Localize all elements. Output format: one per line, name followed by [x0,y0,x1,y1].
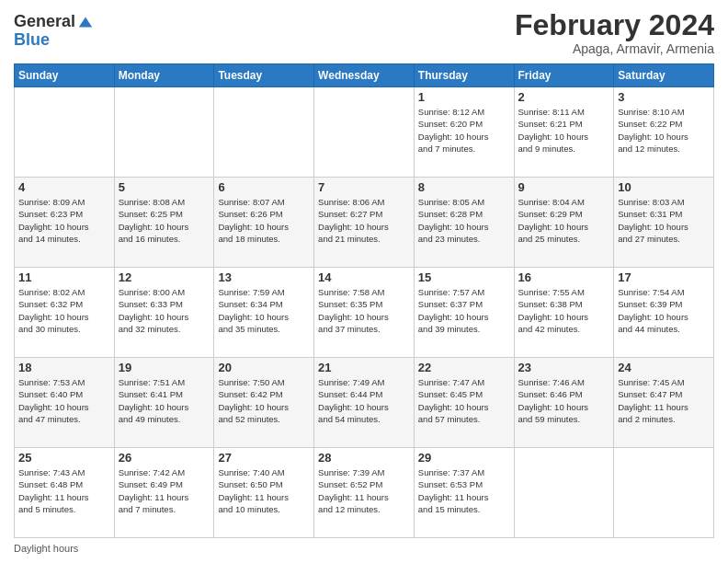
calendar-table: Sunday Monday Tuesday Wednesday Thursday… [14,63,714,538]
day-number: 23 [518,361,610,374]
day-info: Sunrise: 7:37 AMSunset: 6:53 PMDaylight:… [418,466,510,515]
svg-marker-0 [79,17,92,27]
day-number: 21 [318,361,410,374]
day-number: 17 [618,270,710,284]
day-info: Sunrise: 8:03 AMSunset: 6:31 PMDaylight:… [618,196,710,245]
calendar-cell-w3-d5: 15Sunrise: 7:57 AMSunset: 6:37 PMDayligh… [414,268,514,358]
day-info: Sunrise: 8:04 AMSunset: 6:29 PMDaylight:… [518,196,610,245]
calendar-cell-w4-d4: 21Sunrise: 7:49 AMSunset: 6:44 PMDayligh… [314,358,415,448]
day-info: Sunrise: 7:46 AMSunset: 6:46 PMDaylight:… [518,376,610,425]
calendar-cell-w1-d5: 1Sunrise: 8:12 AMSunset: 6:20 PMDaylight… [414,87,514,178]
day-info: Sunrise: 7:54 AMSunset: 6:39 PMDaylight:… [618,286,710,335]
day-number: 7 [318,180,410,194]
calendar-cell-w1-d4 [314,87,415,178]
day-number: 2 [518,90,610,104]
day-number: 28 [318,451,410,465]
day-number: 3 [618,90,710,104]
calendar-cell-w5-d5: 29Sunrise: 7:37 AMSunset: 6:53 PMDayligh… [414,448,514,538]
calendar-cell-w2-d5: 8Sunrise: 8:05 AMSunset: 6:28 PMDaylight… [414,178,514,268]
calendar-cell-w3-d1: 11Sunrise: 8:02 AMSunset: 6:32 PMDayligh… [15,268,115,358]
day-number: 25 [18,451,110,465]
day-number: 24 [618,361,710,374]
day-number: 29 [418,451,510,465]
calendar-week-3: 11Sunrise: 8:02 AMSunset: 6:32 PMDayligh… [15,268,714,358]
calendar-cell-w5-d2: 26Sunrise: 7:42 AMSunset: 6:49 PMDayligh… [114,448,214,538]
day-info: Sunrise: 7:39 AMSunset: 6:52 PMDaylight:… [318,466,410,515]
day-info: Sunrise: 8:06 AMSunset: 6:27 PMDaylight:… [318,196,410,245]
header-saturday: Saturday [614,64,714,87]
page: General Blue February 2024 Apaga, Armavi… [0,0,728,563]
calendar-cell-w4-d1: 18Sunrise: 7:53 AMSunset: 6:40 PMDayligh… [15,358,115,448]
day-info: Sunrise: 8:11 AMSunset: 6:21 PMDaylight:… [518,106,610,155]
header-friday: Friday [514,64,614,87]
calendar-week-4: 18Sunrise: 7:53 AMSunset: 6:40 PMDayligh… [15,358,714,448]
title-block: February 2024 Apaga, Armavir, Armenia [515,9,714,56]
day-info: Sunrise: 8:09 AMSunset: 6:23 PMDaylight:… [18,196,110,245]
calendar-header-row: Sunday Monday Tuesday Wednesday Thursday… [15,64,714,87]
header: General Blue February 2024 Apaga, Armavi… [14,9,714,56]
calendar-cell-w2-d1: 4Sunrise: 8:09 AMSunset: 6:23 PMDaylight… [15,178,115,268]
calendar-cell-w5-d6 [514,448,614,538]
day-number: 5 [119,180,210,194]
logo: General Blue [14,13,94,50]
calendar-week-5: 25Sunrise: 7:43 AMSunset: 6:48 PMDayligh… [15,448,714,538]
calendar-cell-w1-d2 [114,87,214,178]
day-number: 11 [18,270,110,284]
day-number: 1 [418,90,510,104]
day-info: Sunrise: 7:51 AMSunset: 6:41 PMDaylight:… [119,376,210,425]
calendar-cell-w5-d4: 28Sunrise: 7:39 AMSunset: 6:52 PMDayligh… [314,448,415,538]
day-info: Sunrise: 8:08 AMSunset: 6:25 PMDaylight:… [119,196,210,245]
calendar-cell-w5-d3: 27Sunrise: 7:40 AMSunset: 6:50 PMDayligh… [214,448,314,538]
calendar-cell-w5-d1: 25Sunrise: 7:43 AMSunset: 6:48 PMDayligh… [15,448,115,538]
calendar-cell-w4-d3: 20Sunrise: 7:50 AMSunset: 6:42 PMDayligh… [214,358,314,448]
calendar-cell-w1-d1 [15,87,115,178]
day-number: 16 [518,270,610,284]
calendar-cell-w4-d5: 22Sunrise: 7:47 AMSunset: 6:45 PMDayligh… [414,358,514,448]
day-number: 9 [518,180,610,194]
day-info: Sunrise: 7:47 AMSunset: 6:45 PMDaylight:… [418,376,510,425]
calendar-cell-w2-d2: 5Sunrise: 8:08 AMSunset: 6:25 PMDaylight… [114,178,214,268]
day-info: Sunrise: 7:42 AMSunset: 6:49 PMDaylight:… [119,466,210,515]
day-info: Sunrise: 7:40 AMSunset: 6:50 PMDaylight:… [218,466,310,515]
logo-text-general: General [14,13,75,31]
calendar-cell-w2-d4: 7Sunrise: 8:06 AMSunset: 6:27 PMDaylight… [314,178,415,268]
day-number: 10 [618,180,710,194]
calendar-cell-w4-d7: 24Sunrise: 7:45 AMSunset: 6:47 PMDayligh… [614,358,714,448]
logo-text-blue: Blue [14,30,50,49]
calendar-cell-w4-d2: 19Sunrise: 7:51 AMSunset: 6:41 PMDayligh… [114,358,214,448]
day-number: 20 [218,361,310,374]
day-info: Sunrise: 7:53 AMSunset: 6:40 PMDaylight:… [18,376,110,425]
logo-icon [77,14,94,30]
day-number: 14 [318,270,410,284]
day-info: Sunrise: 8:02 AMSunset: 6:32 PMDaylight:… [18,286,110,335]
day-number: 6 [218,180,310,194]
day-number: 26 [119,451,210,465]
header-tuesday: Tuesday [214,64,314,87]
day-info: Sunrise: 8:00 AMSunset: 6:33 PMDaylight:… [119,286,210,335]
calendar-cell-w5-d7 [614,448,714,538]
calendar-week-2: 4Sunrise: 8:09 AMSunset: 6:23 PMDaylight… [15,178,714,268]
day-number: 27 [218,451,310,465]
day-info: Sunrise: 8:07 AMSunset: 6:26 PMDaylight:… [218,196,310,245]
calendar-cell-w1-d3 [214,87,314,178]
day-number: 4 [18,180,110,194]
header-sunday: Sunday [15,64,115,87]
calendar-cell-w1-d6: 2Sunrise: 8:11 AMSunset: 6:21 PMDaylight… [514,87,614,178]
calendar-cell-w2-d7: 10Sunrise: 8:03 AMSunset: 6:31 PMDayligh… [614,178,714,268]
day-info: Sunrise: 7:58 AMSunset: 6:35 PMDaylight:… [318,286,410,335]
day-number: 19 [119,361,210,374]
day-info: Sunrise: 8:05 AMSunset: 6:28 PMDaylight:… [418,196,510,245]
day-info: Sunrise: 7:49 AMSunset: 6:44 PMDaylight:… [318,376,410,425]
day-info: Sunrise: 7:50 AMSunset: 6:42 PMDaylight:… [218,376,310,425]
calendar-cell-w2-d3: 6Sunrise: 8:07 AMSunset: 6:26 PMDaylight… [214,178,314,268]
day-info: Sunrise: 7:57 AMSunset: 6:37 PMDaylight:… [418,286,510,335]
calendar-cell-w1-d7: 3Sunrise: 8:10 AMSunset: 6:22 PMDaylight… [614,87,714,178]
header-monday: Monday [114,64,214,87]
calendar-cell-w3-d3: 13Sunrise: 7:59 AMSunset: 6:34 PMDayligh… [214,268,314,358]
calendar-cell-w4-d6: 23Sunrise: 7:46 AMSunset: 6:46 PMDayligh… [514,358,614,448]
footer-daylight: Daylight hours [14,543,714,554]
day-info: Sunrise: 8:10 AMSunset: 6:22 PMDaylight:… [618,106,710,155]
day-info: Sunrise: 7:45 AMSunset: 6:47 PMDaylight:… [618,376,710,425]
day-info: Sunrise: 8:12 AMSunset: 6:20 PMDaylight:… [418,106,510,155]
calendar-cell-w3-d4: 14Sunrise: 7:58 AMSunset: 6:35 PMDayligh… [314,268,415,358]
